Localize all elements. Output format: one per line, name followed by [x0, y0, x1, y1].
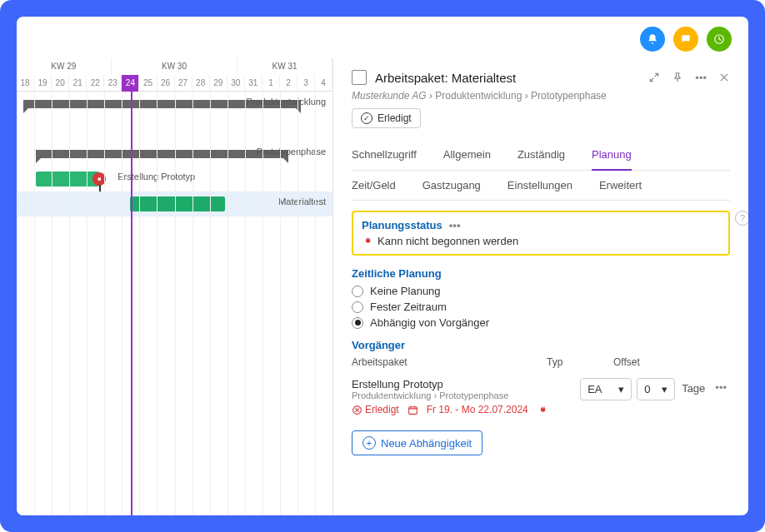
expand-icon[interactable] — [648, 72, 660, 84]
radio-option[interactable]: Abhängig von Vorgänger — [352, 316, 730, 329]
radio-label: Keine Planung — [370, 285, 441, 297]
predecessor-row: Erstellung Prototyp Produktentwicklung ›… — [352, 373, 730, 420]
week-label: KW 31 — [238, 58, 332, 75]
done-button[interactable]: ✓ Erledigt — [352, 108, 421, 128]
chat-icon[interactable] — [673, 27, 698, 52]
day-cell: 20 — [52, 75, 69, 92]
flame-icon — [537, 405, 548, 415]
schedule-section-title: Zeitliche Planung — [352, 267, 730, 280]
gantt-row-label: Materialtest — [278, 196, 326, 206]
panel-title: Arbeitspaket: Materialtest — [375, 71, 516, 85]
chevron-down-icon: ▾ — [618, 383, 624, 395]
planning-status-box: Planungsstatus ••• Kann nicht begonnen w… — [352, 211, 730, 256]
tab-guest[interactable]: Gastzugang — [422, 171, 481, 200]
predecessor-path: Produktentwicklung › Prototypenphase — [352, 390, 575, 400]
more-icon[interactable]: ••• — [449, 219, 461, 231]
calendar-icon — [408, 405, 418, 415]
status-erledigt: Erledigt — [352, 404, 399, 415]
predecessor-section-title: Vorgänger — [352, 339, 730, 351]
workpackage-icon — [352, 70, 367, 85]
day-cell: 4 — [315, 75, 332, 92]
col-name: Arbeitspaket — [352, 356, 547, 368]
radio-icon — [352, 286, 363, 297]
offset-unit: Tage — [680, 378, 707, 399]
day-cell: 30 — [228, 75, 245, 92]
clock-icon[interactable] — [707, 27, 732, 52]
top-icon-bar — [640, 27, 732, 52]
tab-time-money[interactable]: Zeit/Geld — [352, 171, 396, 200]
more-icon[interactable]: ••• — [695, 72, 707, 84]
bell-icon[interactable] — [640, 27, 665, 52]
type-select[interactable]: EA ▾ — [580, 378, 632, 400]
breadcrumb: Musterkunde AG › Produktentwicklung › Pr… — [352, 90, 730, 102]
day-cell: 25 — [139, 75, 157, 92]
pin-icon[interactable] — [672, 72, 683, 84]
gantt-chart: KW 29 KW 30 KW 31 1819202122232425262728… — [17, 58, 333, 515]
tab-responsible[interactable]: Zuständig — [518, 140, 565, 170]
date-range: Fr 19. - Mo 22.07.2024 — [427, 404, 528, 415]
detail-panel: Arbeitspaket: Materialtest ••• — [333, 58, 748, 515]
day-cell: 3 — [298, 75, 315, 92]
tab-general[interactable]: Allgemein — [443, 140, 491, 170]
svg-rect-3 — [408, 406, 417, 414]
day-cell: 23 — [104, 75, 122, 92]
help-icon[interactable]: ? — [735, 211, 748, 226]
status-value: Kann nicht begonnen werden — [378, 235, 518, 247]
day-cell: 21 — [69, 75, 87, 92]
day-cell: 29 — [210, 75, 228, 92]
status-label: Planungsstatus — [362, 219, 442, 231]
day-cell: 19 — [34, 75, 52, 92]
tab-advanced[interactable]: Erweitert — [599, 171, 642, 200]
day-cell: 2 — [280, 75, 298, 92]
tab-settings[interactable]: Einstellungen — [508, 171, 572, 200]
week-label: KW 30 — [112, 58, 238, 75]
day-cell: 18 — [17, 75, 34, 92]
radio-label: Abhängig von Vorgänger — [370, 316, 489, 329]
day-cell: 31 — [245, 75, 262, 92]
predecessor-name[interactable]: Erstellung Prototyp — [352, 378, 575, 390]
offset-input[interactable]: 0 ▾ — [637, 378, 675, 400]
tab-planning[interactable]: Planung — [592, 140, 632, 171]
close-icon[interactable] — [718, 72, 730, 84]
radio-option[interactable]: Keine Planung — [352, 285, 730, 297]
plus-icon: + — [362, 436, 376, 450]
day-cell: 27 — [175, 75, 192, 92]
add-dependency-button[interactable]: + Neue Abhängigkeit — [352, 430, 482, 455]
day-cell: 28 — [192, 75, 210, 92]
tabs-row-1: Schnellzugriff Allgemein Zuständig Planu… — [352, 140, 730, 171]
col-offset: Offset — [613, 356, 663, 368]
tabs-row-2: Zeit/Geld Gastzugang Einstellungen Erwei… — [352, 171, 730, 201]
week-label: KW 29 — [17, 58, 112, 75]
day-cell: 26 — [158, 75, 175, 92]
radio-icon — [352, 301, 363, 313]
gantt-row-label: Produktentwicklung — [247, 97, 326, 107]
row-more-icon[interactable]: ••• — [712, 378, 730, 397]
radio-option[interactable]: Fester Zeitraum — [352, 301, 730, 313]
radio-icon — [352, 317, 363, 329]
flame-icon — [362, 236, 372, 246]
check-icon: ✓ — [361, 112, 372, 124]
day-cell: 22 — [87, 75, 104, 92]
radio-label: Fester Zeitraum — [370, 301, 447, 313]
day-cell: 1 — [262, 75, 280, 92]
col-type: Typ — [547, 356, 613, 368]
chevron-down-icon: ▾ — [662, 383, 668, 395]
day-cell: 24 — [122, 75, 139, 92]
tab-quickaccess[interactable]: Schnellzugriff — [352, 140, 417, 170]
